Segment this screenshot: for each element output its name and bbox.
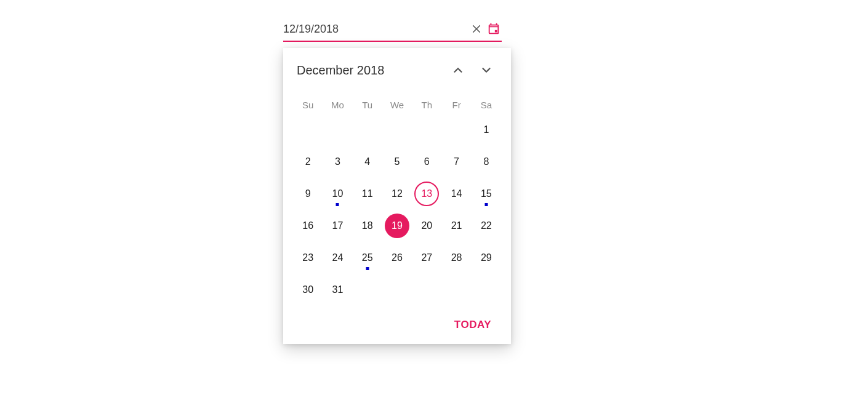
day-cell: 4 — [353, 148, 382, 175]
weekday-label: Mo — [323, 96, 352, 116]
month-year-label[interactable]: December 2018 — [297, 63, 384, 78]
day-23[interactable]: 23 — [295, 246, 320, 270]
day-6[interactable]: 6 — [414, 150, 439, 174]
today-button[interactable]: TODAY — [451, 318, 495, 332]
day-17[interactable]: 17 — [325, 214, 350, 238]
day-19[interactable]: 19 — [385, 214, 409, 238]
day-cell: 17 — [323, 212, 352, 239]
day-5[interactable]: 5 — [385, 150, 409, 174]
day-cell: 10 — [323, 180, 352, 207]
day-grid: 1234567891011121314151617181920212223242… — [293, 116, 501, 303]
empty-cell — [353, 116, 382, 143]
empty-cell — [293, 116, 323, 143]
day-9[interactable]: 9 — [295, 182, 320, 206]
day-cell: 30 — [293, 276, 323, 303]
date-field — [283, 18, 502, 42]
day-cell: 21 — [441, 212, 471, 239]
weekday-label: Su — [293, 96, 323, 116]
day-3[interactable]: 3 — [325, 150, 350, 174]
event-marker-icon — [366, 267, 369, 270]
date-input[interactable] — [283, 23, 468, 36]
day-cell: 14 — [441, 180, 471, 207]
day-cell: 2 — [293, 148, 323, 175]
empty-cell — [323, 116, 352, 143]
day-8[interactable]: 8 — [474, 150, 499, 174]
day-15[interactable]: 15 — [474, 182, 499, 206]
day-27[interactable]: 27 — [414, 246, 439, 270]
day-18[interactable]: 18 — [355, 214, 380, 238]
day-cell: 9 — [293, 180, 323, 207]
prev-month-button[interactable] — [447, 59, 469, 81]
day-4[interactable]: 4 — [355, 150, 380, 174]
day-cell: 3 — [323, 148, 352, 175]
day-13[interactable]: 13 — [414, 182, 439, 206]
weekday-label: Sa — [472, 96, 501, 116]
day-7[interactable]: 7 — [444, 150, 469, 174]
day-cell: 31 — [323, 276, 352, 303]
day-12[interactable]: 12 — [385, 182, 409, 206]
day-14[interactable]: 14 — [444, 182, 469, 206]
day-cell: 8 — [472, 148, 501, 175]
day-cell: 11 — [353, 180, 382, 207]
day-cell: 25 — [353, 244, 382, 271]
clear-icon[interactable] — [468, 21, 484, 37]
day-cell: 28 — [441, 244, 471, 271]
day-cell: 18 — [353, 212, 382, 239]
day-cell: 1 — [472, 116, 501, 143]
day-31[interactable]: 31 — [325, 278, 350, 302]
next-month-button[interactable] — [475, 59, 497, 81]
empty-cell — [412, 116, 441, 143]
calendar-footer: TODAY — [293, 314, 501, 335]
day-26[interactable]: 26 — [385, 246, 409, 270]
weekday-label: Fr — [441, 96, 471, 116]
day-cell: 16 — [293, 212, 323, 239]
day-cell: 13 — [412, 180, 441, 207]
day-11[interactable]: 11 — [355, 182, 380, 206]
day-24[interactable]: 24 — [325, 246, 350, 270]
day-21[interactable]: 21 — [444, 214, 469, 238]
day-2[interactable]: 2 — [295, 150, 320, 174]
day-cell: 27 — [412, 244, 441, 271]
weekday-label: Th — [412, 96, 441, 116]
day-30[interactable]: 30 — [295, 278, 320, 302]
calendar-header: December 2018 — [293, 59, 501, 81]
day-cell: 19 — [382, 212, 412, 239]
day-cell: 5 — [382, 148, 412, 175]
day-cell: 6 — [412, 148, 441, 175]
calendar-icon[interactable] — [486, 21, 502, 37]
day-22[interactable]: 22 — [474, 214, 499, 238]
empty-cell — [441, 116, 471, 143]
weekday-label: Tu — [353, 96, 382, 116]
day-10[interactable]: 10 — [325, 182, 350, 206]
day-cell: 23 — [293, 244, 323, 271]
day-28[interactable]: 28 — [444, 246, 469, 270]
day-cell: 24 — [323, 244, 352, 271]
day-29[interactable]: 29 — [474, 246, 499, 270]
day-16[interactable]: 16 — [295, 214, 320, 238]
day-cell: 15 — [472, 180, 501, 207]
day-cell: 20 — [412, 212, 441, 239]
event-marker-icon — [336, 203, 339, 206]
day-cell: 26 — [382, 244, 412, 271]
weekday-label: We — [382, 96, 412, 116]
empty-cell — [382, 116, 412, 143]
svg-rect-2 — [495, 30, 497, 33]
day-cell: 12 — [382, 180, 412, 207]
weekday-header: SuMoTuWeThFrSa — [293, 96, 501, 116]
day-cell: 29 — [472, 244, 501, 271]
day-25[interactable]: 25 — [355, 246, 380, 270]
day-1[interactable]: 1 — [474, 118, 499, 142]
event-marker-icon — [484, 203, 488, 206]
date-picker-panel: December 2018 SuMoTuWeThFrSa 12345678910… — [283, 48, 511, 344]
day-cell: 7 — [441, 148, 471, 175]
day-20[interactable]: 20 — [414, 214, 439, 238]
day-cell: 22 — [472, 212, 501, 239]
